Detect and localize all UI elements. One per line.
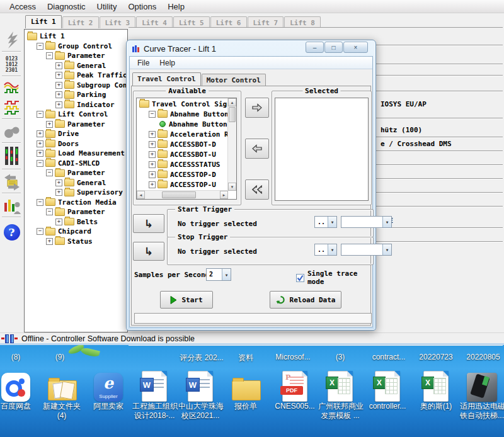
expand-box[interactable]: + <box>37 150 43 157</box>
available-item-row[interactable]: Travel Control Signals <box>137 99 228 109</box>
tab-lift-1[interactable]: Lift 1 <box>25 15 62 28</box>
available-item-row[interactable]: +ACCESSTOP-D <box>137 169 228 179</box>
expand-box[interactable]: + <box>55 179 62 186</box>
minimize-button[interactable]: – <box>306 42 324 53</box>
collapse-box[interactable]: − <box>149 111 156 118</box>
tree-item-row[interactable]: −Traction Media <box>25 198 127 208</box>
expand-box[interactable]: + <box>37 140 43 147</box>
schindler-logo-icon[interactable] <box>0 30 23 51</box>
tree-item-row[interactable]: −Parameter <box>25 51 127 61</box>
available-item-row[interactable]: +ACCESSSTATUS <box>137 159 228 169</box>
word-doc-icon[interactable]: W工程施工组织设计2018-... <box>132 370 176 421</box>
collapse-box[interactable]: − <box>37 160 43 167</box>
expand-box[interactable]: + <box>55 219 62 225</box>
collapse-box[interactable]: − <box>37 228 43 235</box>
new-folder-icon[interactable]: 新建文件夹(4) <box>40 370 84 421</box>
baidu-netdisk-icon[interactable]: 百度网盘 <box>0 370 38 411</box>
tab-motor-control[interactable]: Motor Control <box>202 74 266 86</box>
move-right-button[interactable] <box>245 98 269 118</box>
tree-item-row[interactable]: Lift 1 <box>25 31 127 42</box>
scroll-thumb[interactable] <box>229 107 236 122</box>
available-item-row[interactable]: +ACCESSTOP-U <box>137 179 228 190</box>
pdf-doc-icon[interactable]: PPDFCNES005... <box>273 370 317 411</box>
expand-box[interactable]: + <box>149 181 156 188</box>
vertical-scrollbar[interactable]: ▲ ▼ <box>227 98 236 191</box>
expand-box[interactable]: + <box>55 82 62 89</box>
collapse-box[interactable]: − <box>46 208 53 215</box>
maximize-button[interactable]: □ <box>324 42 343 53</box>
scroll-thumb[interactable] <box>162 191 196 198</box>
tree-item-row[interactable]: +Parking <box>25 90 127 100</box>
curve-tracer-icon[interactable] <box>0 77 23 98</box>
dialog-menu-file[interactable]: File <box>132 57 154 69</box>
tree-item-row[interactable]: +Peak Traffic C <box>25 71 127 81</box>
chevron-down-icon[interactable]: ▼ <box>328 217 336 227</box>
available-item-row[interactable]: −Abnahme Button <box>137 109 228 119</box>
tab-travel-control[interactable]: Travel Control <box>132 72 201 86</box>
tree-item-row[interactable]: +Belts <box>25 217 127 227</box>
tree-item-row[interactable]: −Parameter <box>25 207 127 217</box>
folder-icon[interactable]: 报价单 <box>224 370 268 411</box>
expand-box[interactable]: + <box>55 189 62 196</box>
expand-box[interactable]: + <box>149 131 156 138</box>
expand-box[interactable]: + <box>46 238 53 245</box>
start-trigger-operator-combo[interactable]: ..▼ <box>314 216 337 228</box>
collapse-box[interactable]: − <box>37 199 43 206</box>
ali-supplier-icon[interactable]: eSupplier阿里卖家 <box>86 370 130 411</box>
help-icon[interactable]: ? <box>0 222 23 243</box>
scroll-up-button[interactable]: ▲ <box>228 98 236 106</box>
reload-data-button[interactable]: Reload Data <box>270 291 341 309</box>
status-numbers-icon[interactable]: 012310122301 <box>0 54 23 75</box>
available-item-row[interactable]: +Acceleration Ref <box>137 129 228 139</box>
tab-lift-2[interactable]: Lift 2 <box>62 16 99 28</box>
single-trace-checkbox[interactable] <box>296 274 304 282</box>
close-button[interactable]: × <box>343 42 368 53</box>
tree-item-row[interactable]: +Load Measurement <box>25 149 127 159</box>
chevron-down-icon[interactable]: ▼ <box>222 269 231 280</box>
move-all-left-button[interactable] <box>245 179 269 200</box>
tree-item-row[interactable]: +Doors <box>25 139 127 149</box>
start-trigger-value-combo[interactable]: ▼ <box>341 216 392 228</box>
scroll-left-button[interactable]: ◄ <box>137 191 145 199</box>
menu-access[interactable]: Access <box>4 1 42 13</box>
expand-box[interactable]: + <box>55 91 62 98</box>
excel-doc-icon[interactable]: X广州联邦商业发票模板 ... <box>318 370 362 421</box>
available-item-row[interactable]: +ACCESSBOT-U <box>137 149 228 159</box>
desktop-item-label[interactable]: (9) <box>32 353 88 361</box>
expand-box[interactable]: + <box>55 62 62 69</box>
photo-file-icon[interactable]: 适用迅达电磁铁自动扶梯... <box>460 370 504 421</box>
tree-item-row[interactable]: +General <box>25 178 127 188</box>
chevron-down-icon[interactable]: ▼ <box>382 244 391 255</box>
move-left-button[interactable] <box>245 139 269 159</box>
set-stop-trigger-button[interactable]: ↳ <box>133 242 164 261</box>
expand-box[interactable]: + <box>149 161 156 168</box>
collapse-box[interactable]: − <box>37 43 43 50</box>
menu-help[interactable]: Help <box>162 1 190 13</box>
excel-doc-icon[interactable]: X奥的斯(1) <box>414 370 458 411</box>
start-button[interactable]: Start <box>160 291 213 309</box>
tree-item-row[interactable]: +Indicator <box>25 100 127 110</box>
word-doc-icon[interactable]: W中山大学珠海校区2021... <box>178 370 222 421</box>
desktop-item-label[interactable]: 20220805 <box>455 353 504 361</box>
stop-trigger-value-combo[interactable]: ▼ <box>341 244 392 256</box>
collapse-box[interactable]: − <box>37 111 43 118</box>
menu-utility[interactable]: Utility <box>91 1 123 13</box>
scroll-down-button[interactable]: ▼ <box>228 183 236 191</box>
expand-box[interactable]: + <box>46 121 53 128</box>
tree-item-row[interactable]: −Parameter <box>25 168 127 178</box>
dialog-titlebar[interactable]: Curve Tracer - Lift 1 <box>132 43 216 54</box>
tree-item-row[interactable]: −CADI-SMLCD <box>25 159 127 169</box>
tree-item-row[interactable]: −Chipcard <box>25 227 127 237</box>
available-item-row[interactable]: Abnahme Button <box>137 119 228 129</box>
selected-list[interactable] <box>275 98 369 201</box>
tree-item-row[interactable]: +Parameter <box>25 120 127 130</box>
samples-per-second-combo[interactable]: 2▼ <box>206 268 231 281</box>
stop-trigger-operator-combo[interactable]: ..▼ <box>314 244 337 256</box>
data-transfer-icon[interactable] <box>0 171 23 193</box>
set-start-trigger-button[interactable]: ↳ <box>133 214 164 233</box>
signal-tracer-icon[interactable] <box>0 97 23 118</box>
scroll-right-button[interactable]: ► <box>220 191 228 199</box>
chevron-down-icon[interactable]: ▼ <box>328 244 336 255</box>
menu-diagnostic[interactable]: Diagnostic <box>42 1 91 13</box>
tree-item-row[interactable]: −Group Control <box>25 42 127 52</box>
